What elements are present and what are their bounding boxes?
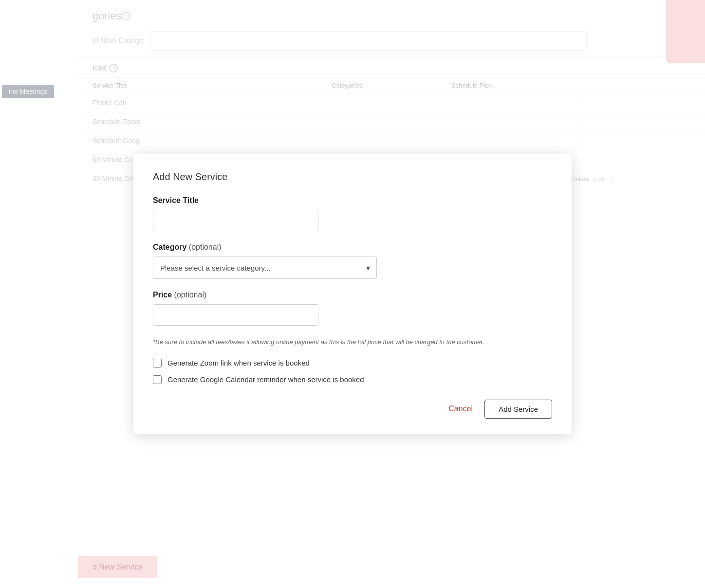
category-select-wrapper: Please select a service category... Paid…: [153, 257, 377, 279]
add-service-button[interactable]: Add Service: [484, 400, 552, 419]
category-select[interactable]: Please select a service category... Paid…: [153, 257, 377, 279]
category-label: Category (optional): [153, 243, 552, 252]
service-title-label: Service Title: [153, 196, 552, 205]
add-service-modal: Add New Service Service Title Category (…: [133, 154, 572, 434]
google-calendar-checkbox[interactable]: [153, 375, 162, 384]
google-checkbox-row: Generate Google Calendar reminder when s…: [153, 375, 552, 384]
cancel-button[interactable]: Cancel: [446, 401, 475, 417]
service-title-input[interactable]: [153, 210, 318, 231]
modal-footer: Cancel Add Service: [153, 400, 552, 419]
modal-title: Add New Service: [153, 171, 552, 183]
modal-overlay: Add New Service Service Title Category (…: [0, 0, 705, 588]
google-checkbox-label: Generate Google Calendar reminder when s…: [167, 375, 364, 384]
category-group: Category (optional) Please select a serv…: [153, 243, 552, 279]
price-input[interactable]: [153, 304, 318, 326]
price-group: Price (optional) *Be sure to include all…: [153, 291, 552, 347]
zoom-checkbox[interactable]: [153, 359, 162, 368]
service-title-group: Service Title: [153, 196, 552, 231]
zoom-checkbox-label: Generate Zoom link when service is booke…: [167, 359, 310, 367]
price-label: Price (optional): [153, 291, 552, 299]
zoom-checkbox-row: Generate Zoom link when service is booke…: [153, 359, 552, 368]
price-note: *Be sure to include all fees/taxes if al…: [153, 337, 552, 347]
